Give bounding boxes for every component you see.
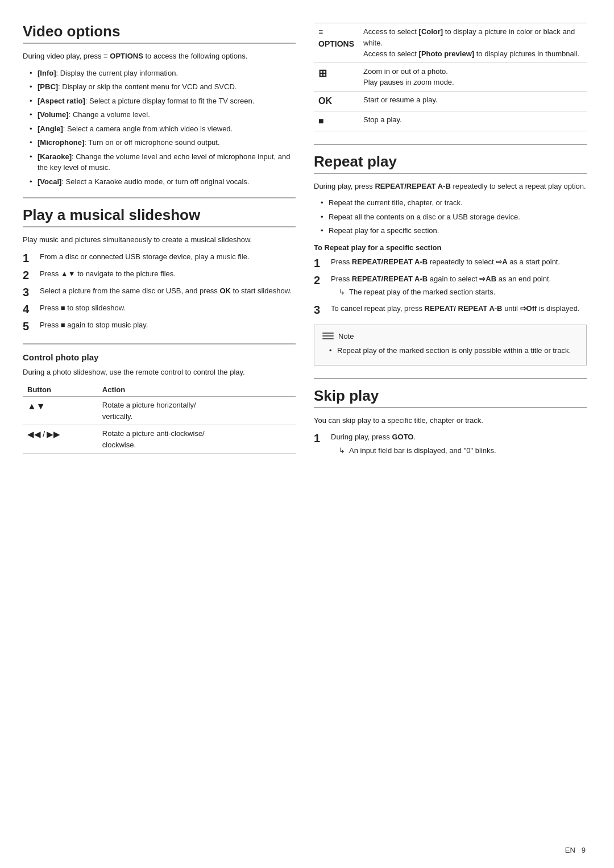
- step-5: 5 Press ■ again to stop music play.: [23, 319, 296, 333]
- step-2: 2 Press ▲▼ to navigate to the picture fi…: [23, 268, 296, 282]
- table-row: ◀◀ / ▶▶ Rotate a picture anti-clockwise/…: [23, 425, 296, 454]
- left-column: Video options During video play, press ≡…: [23, 23, 296, 463]
- options-table: ≡OPTIONS Access to select [Color] to dis…: [314, 23, 587, 131]
- control-photo-intro: During a photo slideshow, use the remote…: [23, 367, 296, 378]
- repeat-play-intro: During play, press REPEAT/REPEAT A-B rep…: [314, 181, 587, 192]
- repeat-sub-title: To Repeat play for a specific section: [314, 243, 587, 252]
- skip-play-title: Skip play: [314, 387, 587, 408]
- list-item: [Angle]: Select a camera angle from whic…: [30, 123, 296, 135]
- list-item: Repeat play for a specific section.: [321, 225, 587, 236]
- button-cell: ▲▼: [23, 397, 98, 425]
- note-label: Note: [338, 331, 354, 342]
- action-cell: Rotate a picture anti-clockwise/clockwis…: [98, 425, 296, 454]
- repeat-bullets: Repeat the current title, chapter, or tr…: [314, 197, 587, 236]
- lang-label: EN: [565, 846, 575, 854]
- divider-3: [314, 144, 587, 145]
- list-item: [Vocal]: Select a Karaoke audio mode, or…: [30, 176, 296, 188]
- repeat-step-1: 1 Press REPEAT/REPEAT A-B repeatedly to …: [314, 256, 587, 270]
- table-row: ≡OPTIONS Access to select [Color] to dis…: [314, 23, 587, 63]
- icon-stop: ■: [314, 111, 359, 131]
- table-row: ■ Stop a play.: [314, 111, 587, 131]
- options-desc: Access to select [Color] to display a pi…: [359, 23, 587, 63]
- repeat-step-3: 3 To cancel repeat play, press REPEAT/ R…: [314, 303, 587, 317]
- sub-bullet-item: The repeat play of the marked section st…: [339, 286, 587, 298]
- step-1: 1 From a disc or connected USB storage d…: [23, 251, 296, 265]
- action-cell: Rotate a picture horizontally/vertically…: [98, 397, 296, 425]
- zoom-desc: Zoom in or out of a photo.Play pauses in…: [359, 63, 587, 91]
- page-label: 9: [582, 846, 586, 854]
- note-bullets: Repeat play of the marked section is onl…: [322, 345, 578, 356]
- video-options-intro: During video play, press ≡ OPTIONS to ac…: [23, 51, 296, 62]
- step-4: 4 Press ■ to stop slideshow.: [23, 302, 296, 316]
- list-item: [Aspect ratio]: Select a picture display…: [30, 95, 296, 107]
- list-item: Repeat the current title, chapter, or tr…: [321, 197, 587, 209]
- control-photo-table: Button Action ▲▼ Rotate a picture horizo…: [23, 383, 296, 454]
- col-action: Action: [98, 383, 296, 397]
- slideshow-intro: Play music and pictures simultaneously t…: [23, 234, 296, 246]
- repeat-steps: 1 Press REPEAT/REPEAT A-B repeatedly to …: [314, 256, 587, 317]
- page-number: EN 9: [565, 846, 586, 854]
- icon-options: ≡OPTIONS: [314, 23, 359, 63]
- divider-4: [314, 378, 587, 379]
- list-item: [Microphone]: Turn on or off microphone …: [30, 137, 296, 148]
- table-row: ▲▼ Rotate a picture horizontally/vertica…: [23, 397, 296, 425]
- video-options-title: Video options: [23, 23, 296, 44]
- slideshow-steps: 1 From a disc or connected USB storage d…: [23, 251, 296, 333]
- note-header: Note: [322, 331, 578, 342]
- skip-play-intro: You can skip play to a specific title, c…: [314, 415, 587, 426]
- button-cell: ◀◀ / ▶▶: [23, 425, 98, 454]
- list-item: [Karaoke]: Change the volume level and e…: [30, 151, 296, 173]
- list-item: Repeat all the contents on a disc or a U…: [321, 211, 587, 223]
- table-row: ⊞ Zoom in or out of a photo.Play pauses …: [314, 63, 587, 91]
- divider: [23, 197, 296, 198]
- list-item: [Volume]: Change a volume level.: [30, 109, 296, 121]
- options-icon: ≡ OPTIONS: [103, 52, 143, 60]
- intro-suffix: to access the following options.: [145, 52, 247, 60]
- list-item: [Info]: Display the current play informa…: [30, 68, 296, 79]
- icon-zoom: ⊞: [314, 63, 359, 91]
- control-photo-title: Control photo play: [23, 352, 296, 362]
- sub-bullet-item: An input field bar is displayed, and "0"…: [339, 445, 587, 456]
- col-button: Button: [23, 383, 98, 397]
- repeat-play-title: Repeat play: [314, 153, 587, 174]
- note-bullet-item: Repeat play of the marked section is onl…: [329, 345, 578, 356]
- icon-ok: OK: [314, 91, 359, 111]
- skip-sub-bullets: An input field bar is displayed, and "0"…: [331, 445, 587, 456]
- list-item: [PBC]: Display or skip the content menu …: [30, 81, 296, 93]
- right-column: ≡OPTIONS Access to select [Color] to dis…: [314, 23, 587, 463]
- skip-steps: 1 During play, press GOTO. An input fiel…: [314, 431, 587, 458]
- slideshow-title: Play a musical slideshow: [23, 206, 296, 227]
- intro-text: During video play, press: [23, 52, 103, 60]
- divider-2: [23, 343, 296, 344]
- table-row: OK Start or resume a play.: [314, 91, 587, 111]
- stop-desc: Stop a play.: [359, 111, 587, 131]
- skip-step-1: 1 During play, press GOTO. An input fiel…: [314, 431, 587, 458]
- sub-bullets: The repeat play of the marked section st…: [331, 286, 587, 298]
- step-3: 3 Select a picture from the same disc or…: [23, 285, 296, 299]
- note-box: Note Repeat play of the marked section i…: [314, 325, 587, 366]
- note-lines-icon: [322, 331, 334, 341]
- ok-desc: Start or resume a play.: [359, 91, 587, 111]
- repeat-step-2: 2 Press REPEAT/REPEAT A-B again to selec…: [314, 273, 587, 300]
- video-options-list: [Info]: Display the current play informa…: [23, 68, 296, 188]
